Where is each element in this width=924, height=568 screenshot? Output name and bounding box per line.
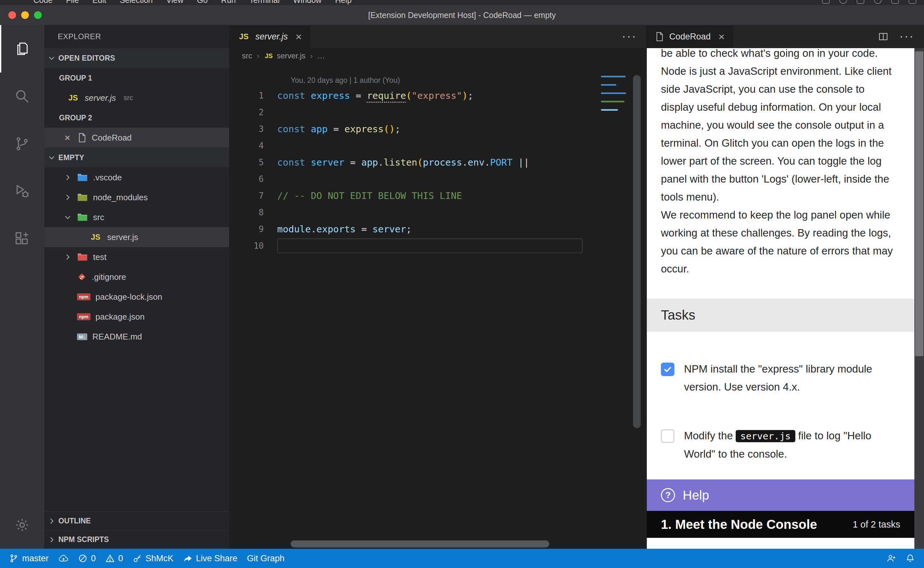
status-live-share[interactable]: Live Share <box>178 549 242 568</box>
scrollbar-thumb[interactable] <box>291 541 549 547</box>
status-0[interactable]: 0 <box>101 549 128 568</box>
tab-coderoad[interactable]: CodeRoad × <box>647 25 733 48</box>
status-person-add[interactable] <box>882 549 901 568</box>
open-editor-item[interactable]: JSserver.jssrc <box>44 88 229 108</box>
menu-item-view[interactable]: View <box>166 0 184 5</box>
open-editor-item[interactable]: ×CodeRoad <box>44 128 229 148</box>
tree-item-package-json[interactable]: npmpackage.json <box>44 307 229 327</box>
menu-item-selection[interactable]: Selection <box>120 0 153 5</box>
minimap-line <box>601 109 618 111</box>
line-number: 9 <box>229 224 277 234</box>
tree-item-node-modules[interactable]: node_modules <box>44 187 229 207</box>
tab-label: server.js <box>255 32 288 42</box>
help-button[interactable]: ? Help <box>647 479 914 511</box>
close-window-button[interactable] <box>8 11 16 19</box>
activity-explorer[interactable] <box>0 25 44 73</box>
editor-actions: ··· <box>878 25 924 48</box>
status-sync[interactable] <box>54 549 74 568</box>
git-blame-annotation: You, 20 days ago | 1 author (You) <box>229 73 598 87</box>
webview-scrollbar[interactable] <box>914 48 924 549</box>
activity-search[interactable] <box>0 73 44 120</box>
zoom-window-button[interactable] <box>34 11 42 19</box>
tree-item-readme-md[interactable]: M↓README.md <box>44 327 229 347</box>
tab-server-js[interactable]: JS server.js × <box>229 25 310 48</box>
live-share-icon <box>183 554 192 563</box>
scrollbar-thumb[interactable] <box>915 51 923 356</box>
code-editor[interactable]: You, 20 days ago | 1 author (You) 1const… <box>229 63 598 549</box>
editor-group-coderoad: CodeRoad × ··· be able to check what's g… <box>647 25 924 549</box>
open-editor-label: server.js <box>85 93 116 103</box>
activity-run-debug[interactable] <box>0 168 44 215</box>
more-actions-icon[interactable]: ··· <box>899 34 914 39</box>
tree-item--gitignore[interactable]: .gitignore <box>44 267 229 287</box>
section-label: NPM SCRIPTS <box>59 535 109 544</box>
breadcrumb-label: src <box>242 51 252 60</box>
tree-item-test[interactable]: test <box>44 247 229 267</box>
menu-item-go[interactable]: Go <box>197 0 208 5</box>
workspace-header[interactable]: EMPTY <box>44 148 229 168</box>
macos-menubar: CodeFileEditSelectionViewGoRunTerminalWi… <box>0 0 924 5</box>
menu-item-code[interactable]: Code <box>33 0 53 5</box>
menubar-icon <box>874 0 882 4</box>
close-tab-icon[interactable]: × <box>718 30 725 43</box>
activity-extensions[interactable] <box>0 215 44 263</box>
minimize-window-button[interactable] <box>21 11 29 19</box>
breadcrumb-item[interactable]: … <box>317 51 325 60</box>
code-line: 3const app = express(); <box>229 121 598 137</box>
status-git-graph[interactable]: Git Graph <box>242 549 289 568</box>
close-editor-icon[interactable]: × <box>62 133 72 143</box>
sidebar-bottom-sections: OUTLINENPM SCRIPTS <box>44 512 229 549</box>
tree-item-server-js[interactable]: JSserver.js <box>44 227 229 247</box>
menu-item-help[interactable]: Help <box>335 0 351 5</box>
breadcrumb-item[interactable]: src <box>242 51 252 60</box>
activity-source-control[interactable] <box>0 120 44 168</box>
activity-settings[interactable] <box>0 501 44 549</box>
close-tab-icon[interactable]: × <box>295 30 302 43</box>
section-label: OUTLINE <box>59 517 91 525</box>
code-line: 7// -- DO NOT EDIT BELOW THIS LINE <box>229 187 598 204</box>
chevron-right-icon <box>63 193 72 201</box>
menu-item-edit[interactable]: Edit <box>92 0 106 5</box>
status-master[interactable]: master <box>5 549 54 568</box>
more-actions-icon[interactable]: ··· <box>622 34 637 39</box>
tasks-list: NPM install the "express" library module… <box>661 332 900 463</box>
status-0[interactable]: 0 <box>74 549 101 568</box>
line-number: 8 <box>229 208 277 217</box>
git-icon <box>77 272 87 282</box>
status-label: ShMcK <box>146 554 173 563</box>
open-editors-header[interactable]: OPEN EDITORS <box>44 48 229 68</box>
status-label: Git Graph <box>247 554 285 563</box>
js-icon: JS <box>264 52 274 60</box>
tree-item-package-lock-json[interactable]: npmpackage-lock.json <box>44 287 229 307</box>
status-bell[interactable] <box>901 549 919 568</box>
section-npm-scripts[interactable]: NPM SCRIPTS <box>44 530 229 549</box>
lesson-bar[interactable]: 1. Meet the Node Console 1 of 2 tasks <box>647 511 914 538</box>
menu-item-window[interactable]: Window <box>293 0 321 5</box>
status-bar-left: master00ShMcKLive ShareGit Graph <box>5 549 289 568</box>
menu-item-run[interactable]: Run <box>221 0 236 5</box>
task-checkbox[interactable] <box>661 429 674 443</box>
tree-item-label: .vscode <box>93 173 122 183</box>
minimap-line <box>601 101 624 103</box>
line-number: 4 <box>229 141 277 151</box>
npm-icon: npm <box>77 313 90 320</box>
lesson-content: be able to check what's going on in your… <box>647 48 914 479</box>
task-checkbox[interactable] <box>661 363 674 376</box>
tree-item-src[interactable]: src <box>44 207 229 227</box>
split-editor-icon[interactable] <box>878 32 888 42</box>
scrollbar-thumb[interactable] <box>633 75 641 428</box>
minimap[interactable] <box>598 63 628 549</box>
status-shmck[interactable]: ShMcK <box>128 549 178 568</box>
status-label: Live Share <box>196 554 237 563</box>
code-text: // -- DO NOT EDIT BELOW THIS LINE <box>277 190 462 201</box>
tree-item--vscode[interactable]: .vscode <box>44 168 229 187</box>
menu-item-file[interactable]: File <box>66 0 79 5</box>
section-outline[interactable]: OUTLINE <box>44 512 229 530</box>
breadcrumb-item[interactable]: JSserver.js <box>264 51 305 60</box>
menu-item-terminal[interactable]: Terminal <box>249 0 279 5</box>
open-editors-label: OPEN EDITORS <box>59 54 115 63</box>
breadcrumb-separator-icon: › <box>310 51 313 61</box>
breadcrumb-separator-icon: › <box>257 51 259 61</box>
vertical-scrollbar[interactable] <box>628 63 647 549</box>
horizontal-scrollbar[interactable] <box>291 541 612 547</box>
